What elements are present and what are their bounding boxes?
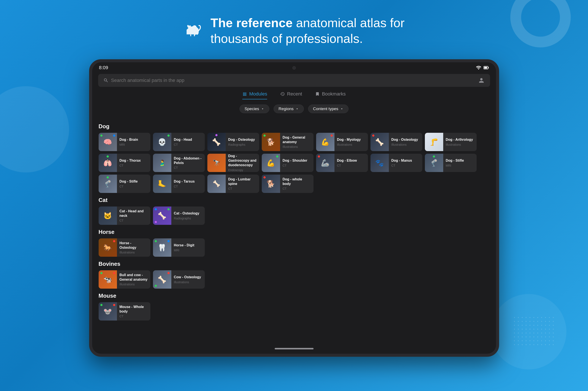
module-dog-gastro[interactable]: 🔭 Dog - Gastroscopy and duodenoscopy End… [207,154,259,172]
module-horse-osteology-subtitle: Illustrations [120,251,148,254]
thumb-bull-cow: 🐄 [99,270,117,289]
thumb-dog-myology: 💪 [316,133,334,151]
bookmarks-icon [315,92,320,96]
module-dog-osteology-1[interactable]: 🦴 Dog - Osteology Radiographs [207,133,259,151]
thumb-dog-tarsus: 🦶 [153,175,171,193]
dog-logo-icon [183,21,203,41]
modules-grid-bovines: 🐄 Bull and cow - General anatomy Illustr… [99,270,490,289]
module-dog-stifle-2[interactable]: 🦿 Dog - Stifle CT [99,175,150,193]
dot [100,272,103,274]
module-mouse-whole[interactable]: 🐭 Mouse - Whole body CT [99,302,150,320]
thumb-dog-lumbar: 🦴 [207,175,226,193]
module-dog-head-title: Dog - Head [174,137,202,142]
dot [167,134,170,137]
module-dog-general-subtitle: Illustrations [283,145,311,149]
tab-recent[interactable]: Recent [280,91,302,99]
filter-regions[interactable]: Regions [274,104,304,113]
module-dog-lumbar[interactable]: 🦴 Dog - Lumbar spine CT [207,175,259,193]
module-dog-myology-subtitle: Illustrations [337,143,365,146]
module-dog-brain-subtitle: MRI [120,143,148,146]
search-bar-container [92,72,496,90]
section-title-cat: Cat [99,197,490,203]
search-input[interactable] [111,78,475,83]
module-dog-whole[interactable]: 🐕 Dog - whole body CT [262,175,313,193]
module-mouse-whole-title: Mouse - Whole body [120,305,148,314]
module-dog-tarsus-title: Dog - Tarsus [174,179,202,184]
filter-species-label: Species [245,106,259,111]
filter-bar: Species Regions Content types [92,103,496,117]
module-dog-myology[interactable]: 💪 Dog - Myology Illustrations [316,133,368,151]
module-dog-elbow[interactable]: 🦾 Dog - Elbow CT [316,154,368,172]
thumb-dog-manus: 🐾 [370,154,389,172]
dot [107,176,109,179]
module-dog-lumbar-subtitle: CT [228,187,257,190]
thumb-dog-arthrology: 🦵 [425,133,443,151]
module-dog-head-subtitle: CT [174,143,202,146]
module-dog-arthrology[interactable]: 🦵 Dog - Arthrology Illustrations [425,133,477,151]
module-dog-stifle-1[interactable]: 🦿 Dog - Stifle MRI [425,154,477,172]
thumb-mouse-whole: 🐭 [99,302,117,320]
chevron-down-icon-regions [295,107,299,110]
thumb-horse-digit: 🦷 [153,238,171,257]
header-text: The reference anatomical atlas for thous… [211,15,405,46]
module-cat-head-title: Cat - Head and neck [120,209,148,218]
module-dog-shoulder-title: Dog - Shoulder [283,158,311,163]
filter-content-types[interactable]: Content types [308,104,348,113]
module-dog-arthrology-title: Dog - Arthrology [446,137,474,142]
wifi-icon [476,65,481,71]
module-horse-digit[interactable]: 🦷 Horse - Digit MRI [153,238,205,257]
section-title-mouse: Mouse [99,293,490,299]
dot [113,272,115,274]
module-dog-thorax[interactable]: 🫁 Dog - Thorax CT [99,154,150,172]
section-title-dog: Dog [99,123,490,130]
tab-bookmarks[interactable]: Bookmarks [315,91,346,99]
dot [372,134,374,137]
dot [276,155,278,158]
module-horse-osteology[interactable]: 🐎 Horse - Osteology Illustrations [99,238,150,257]
search-bar[interactable] [98,74,490,87]
module-dog-stifle-2-title: Dog - Stifle [120,179,148,184]
tablet-camera [293,66,296,70]
module-dog-stifle-1-title: Dog - Stifle [446,158,474,163]
module-dog-tarsus[interactable]: 🦶 Dog - Tarsus CT [153,175,205,193]
module-cat-osteology[interactable]: 🦴 Cat - Osteology Radiographs [153,206,205,225]
filter-species[interactable]: Species [240,104,269,113]
module-dog-gastro-title: Dog - Gastroscopy and duodenoscopy [228,154,257,167]
module-dog-head[interactable]: 💀 Dog - Head CT [153,133,205,151]
modules-grid-mouse: 🐭 Mouse - Whole body CT [99,302,490,320]
module-dog-brain[interactable]: 🧠 Dog - Brain MRI [99,133,150,151]
dot [155,285,157,287]
module-dog-myology-title: Dog - Myology [337,137,365,142]
nav-tabs: Modules Recent Bookmarks [92,90,496,103]
module-dog-osteology-1-subtitle: Radiographs [228,143,257,146]
scroll-content[interactable]: Dog 🧠 Dog - Brain MRI 💀 [92,117,496,344]
tab-recent-label: Recent [287,91,302,97]
thumb-dog-gastro: 🔭 [207,154,226,172]
user-icon[interactable] [478,77,485,84]
bg-circle-top-right [510,0,571,47]
thumb-horse-osteology: 🐎 [99,238,117,257]
module-dog-brain-title: Dog - Brain [120,137,148,142]
module-dog-general[interactable]: 🐕 Dog - General anatomy Illustrations [262,133,313,151]
thumb-cat-osteology: 🦴 [153,206,171,225]
module-dog-shoulder-subtitle: CT [283,164,311,167]
top-header: The reference anatomical atlas for thous… [183,15,405,46]
module-dog-thorax-title: Dog - Thorax [120,158,148,163]
tab-modules[interactable]: Modules [242,91,267,99]
module-bull-cow[interactable]: 🐄 Bull and cow - General anatomy Illustr… [99,270,150,289]
module-cow-osteology[interactable]: 🦴 Cow - Osteology Illustrations [153,270,205,289]
modules-grid-horse: 🐎 Horse - Osteology Illustrations 🦷 Hors… [99,238,490,257]
dot [167,208,170,210]
home-bar-pill [275,348,313,349]
section-title-horse: Horse [99,229,490,235]
module-dog-osteology-2[interactable]: 🦴 Dog - Osteology Illustrations [370,133,422,151]
dot [113,134,115,137]
section-title-bovines: Bovines [99,261,490,267]
thumb-dog-stifle-1: 🦿 [425,154,443,172]
module-dog-shoulder[interactable]: 💪 Dog - Shoulder CT [262,154,313,172]
module-dog-abdomen[interactable]: 🫃 Dog - Abdomen - Pelvis CT [153,154,205,172]
module-cat-head[interactable]: 🐱 Cat - Head and neck CT [99,206,150,225]
module-dog-manus[interactable]: 🐾 Dog - Manus CT [370,154,422,172]
module-dog-elbow-subtitle: CT [337,164,365,167]
module-dog-whole-title: Dog - whole body [283,177,311,186]
